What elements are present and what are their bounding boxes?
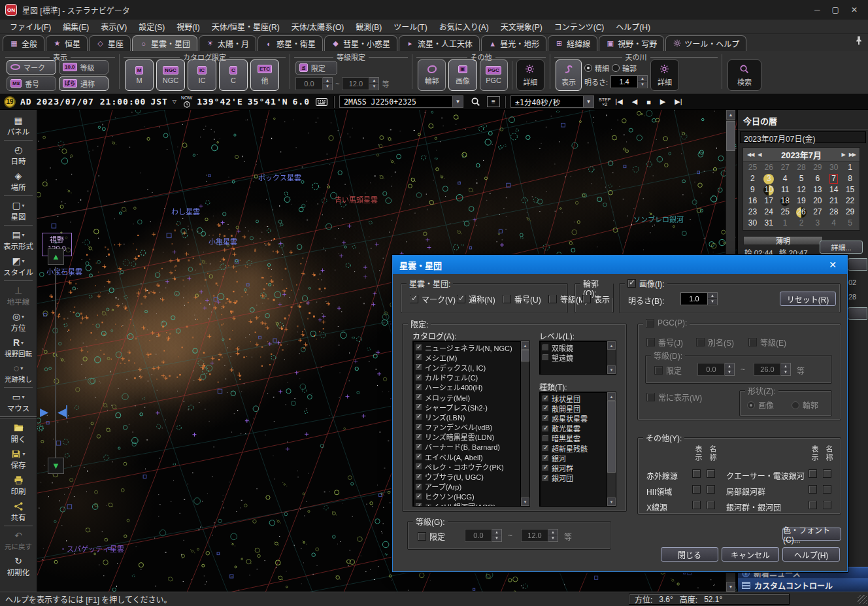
mark-checkbox[interactable]: マーク(V) (410, 294, 456, 305)
catalog-list-item[interactable]: ペレク・コホウテク(PK) (415, 462, 520, 471)
zoom-in-button[interactable]: ▲ (48, 248, 64, 265)
outline-show-checkbox[interactable]: 表示 (582, 294, 610, 305)
number-toggle[interactable]: M8番号 (7, 76, 56, 91)
tab-sun-moon[interactable]: ☀太陽・月 (199, 35, 256, 51)
calendar-day[interactable]: 25 (744, 162, 761, 173)
quasar-show-checkbox[interactable] (809, 469, 817, 478)
listbox-scrollbar[interactable]: ▲▼ (607, 341, 616, 374)
step-back-button[interactable]: ◀ (632, 97, 637, 106)
tab-nebulae-clusters[interactable]: ○星雲・星団 (132, 35, 197, 51)
sidebar-item-save[interactable]: ▾保存 (0, 446, 37, 472)
calendar-day[interactable]: 5 (793, 173, 810, 184)
search-button[interactable]: 検索 (727, 59, 761, 91)
catalog-listbox[interactable]: ニュージェネラル(N, NGC) メシエ(M) インデックス(I, IC) カル… (412, 341, 530, 507)
limiting-magnitude-value[interactable]: 6.0 (293, 97, 310, 107)
level-listbox[interactable]: 双眼鏡 望遠鏡 ▲▼ (539, 341, 616, 375)
type-list-item[interactable]: 散開星団 (542, 403, 606, 413)
tab-constellations[interactable]: ◇星座 (89, 35, 131, 51)
tab-meteors-satellites[interactable]: ▸流星・人工天体 (399, 35, 480, 51)
magnitude-limit-toggle[interactable]: ≦限定 (295, 61, 337, 75)
calendar-day[interactable]: 7 (826, 173, 842, 184)
calendar-day[interactable]: 3 (809, 218, 826, 229)
calendar-day[interactable]: 5 (842, 218, 858, 229)
type-list-item[interactable]: 銀河 (542, 453, 606, 463)
tab-planets[interactable]: ◐惑星・衛星 (258, 35, 323, 51)
menu-item[interactable]: 編集(E) (57, 20, 95, 33)
milkyway-fine-radio[interactable] (584, 64, 592, 72)
now-clock-icon[interactable]: NOW (181, 95, 192, 108)
catalog-m-button[interactable]: MM (125, 59, 154, 91)
level-list-item[interactable]: 双眼鏡 (542, 343, 606, 352)
target-combobox[interactable]: 2MASS J2250+2325▼ (339, 95, 463, 108)
level-list-item[interactable]: 望遠鏡 (542, 352, 606, 362)
listbox-scrollbar[interactable]: ▲▼ (607, 392, 616, 506)
skip-forward-button[interactable]: ▶| (675, 97, 682, 106)
tab-tools-help[interactable]: ツール・ヘルプ (665, 35, 746, 51)
zoom-slider-track[interactable] (55, 267, 56, 458)
type-list-item[interactable]: 超新星残骸 (542, 443, 606, 453)
menu-item[interactable]: お気に入り(A) (433, 20, 495, 33)
calendar-day[interactable]: 10 (761, 184, 777, 195)
hidden-panel-button-fragment[interactable] (848, 258, 867, 271)
xray-show-checkbox[interactable] (692, 501, 701, 509)
calendar-day[interactable]: 29 (809, 162, 826, 173)
longitude-value[interactable]: 139°42'E (197, 97, 243, 107)
color-font-button[interactable]: 色・フォント(C)... (782, 528, 841, 541)
calendar-day[interactable]: 13 (809, 184, 826, 195)
sidebar-item-mouse[interactable]: ▭▾マウス (0, 389, 37, 415)
image-brightness-stepper[interactable]: 1.0▲▼ (680, 292, 718, 305)
calendar-day[interactable]: 11 (777, 184, 793, 195)
galaxy-cluster-show-checkbox[interactable] (809, 501, 817, 509)
catalog-list-item[interactable]: エイベル(A, Abell) (415, 452, 520, 462)
quasar-name-checkbox[interactable] (823, 469, 831, 478)
animation-play-icon[interactable]: ▶ (40, 405, 48, 419)
type-list-item[interactable]: 銀河群 (542, 463, 606, 473)
pgc-button[interactable]: PGCPGC (480, 59, 508, 91)
listbox-scrollbar[interactable]: ▲▼ (520, 341, 529, 506)
pgc-max-stepper[interactable]: 26.0▲▼ (754, 363, 791, 376)
outline-button[interactable]: 輪郭 (418, 59, 446, 91)
list-icon[interactable]: ≡ (487, 96, 500, 107)
time-step-combobox[interactable]: ±1分40秒/秒▼ (510, 95, 594, 108)
keyboard-icon[interactable] (314, 95, 329, 108)
catalog-list-item[interactable]: メロッテ(Mel) (415, 392, 520, 402)
calendar-day[interactable]: 19 (793, 195, 810, 207)
hii-name-checkbox[interactable] (707, 485, 715, 494)
galaxy-cluster-name-checkbox[interactable] (823, 501, 831, 509)
infrared-name-checkbox[interactable] (707, 469, 715, 478)
xray-name-checkbox[interactable] (707, 501, 715, 509)
tab-grid-lines[interactable]: ⊞経緯線 (548, 35, 597, 51)
pgc-shape-image-radio[interactable]: 画像 (747, 399, 774, 411)
calendar-day[interactable]: 30 (744, 218, 761, 229)
grade-limit-checkbox[interactable]: 限定 (418, 531, 445, 542)
pgc-min-stepper[interactable]: 0.0▲▼ (697, 363, 735, 376)
maximize-button[interactable]: ▢ (832, 5, 839, 14)
play-forward-button[interactable]: ▶ (660, 97, 665, 106)
catalog-list-item[interactable]: アープ(Arp) (415, 482, 520, 492)
calendar-day[interactable]: 4 (826, 218, 842, 229)
tab-fov[interactable]: ▣視野・写野 (599, 35, 664, 51)
calendar-day[interactable]: 31 (761, 218, 777, 229)
sidebar-item-panel[interactable]: ▦パネル (0, 112, 37, 139)
menu-item[interactable]: 天体/太陽系(O) (286, 20, 350, 33)
calendar-day[interactable]: 21 (826, 195, 842, 207)
calendar-day[interactable]: 2 (744, 173, 761, 184)
calendar-day[interactable]: 29 (842, 207, 858, 218)
milkyway-outline-radio[interactable] (612, 64, 620, 72)
custom-control-panel-header[interactable]: カスタムコントロール (738, 579, 868, 592)
calendar-day[interactable]: 26 (793, 207, 810, 218)
calendar-day[interactable]: 2 (793, 218, 810, 229)
image-reset-button[interactable]: リセット(R) (780, 292, 836, 306)
image-button[interactable]: ▣画像 (448, 59, 476, 91)
catalog-list-item[interactable]: リンズ(LBN) (415, 412, 520, 422)
calendar-day[interactable]: 25 (777, 207, 793, 218)
type-list-item[interactable]: 暗黒星雲 (542, 433, 606, 443)
calendar-day[interactable]: 18 (777, 195, 793, 207)
catalog-list-item[interactable]: メシエ(M) (415, 352, 520, 362)
calendar-day[interactable]: 15 (842, 184, 858, 195)
catalog-list-item[interactable]: シャープレス(Sh2-) (415, 402, 520, 412)
calendar-day[interactable]: 30 (826, 162, 842, 173)
dialog-cancel-button[interactable]: キャンセル (722, 547, 779, 562)
calendar-day[interactable]: 23 (744, 207, 761, 218)
pgc-grade-checkbox[interactable]: 等級(E) (748, 337, 786, 348)
